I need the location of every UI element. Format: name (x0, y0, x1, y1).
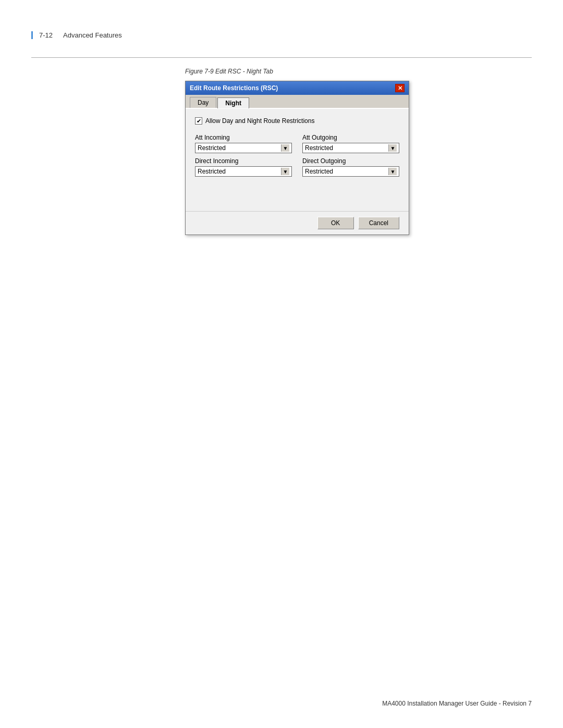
allow-restrictions-row: ✔ Allow Day and Night Route Restrictions (195, 117, 399, 125)
allow-restrictions-checkbox[interactable]: ✔ (195, 117, 202, 125)
dialog-title: Edit Route Restrictions (RSC) (190, 84, 278, 92)
att-outgoing-arrow[interactable]: ▼ (388, 144, 397, 152)
att-incoming-select[interactable]: Restricted ▼ (195, 143, 292, 153)
page-title: Advanced Features (63, 31, 122, 39)
form-grid: Att Incoming Restricted ▼ Att Outgoing R… (195, 134, 399, 177)
direct-outgoing-arrow[interactable]: ▼ (388, 168, 397, 175)
att-outgoing-select[interactable]: Restricted ▼ (302, 143, 399, 153)
direct-outgoing-label: Direct Outgoing (302, 157, 399, 165)
page-footer: MA4000 Installation Manager User Guide -… (31, 700, 532, 707)
direct-incoming-value: Restricted (198, 168, 281, 175)
direct-incoming-select[interactable]: Restricted ▼ (195, 166, 292, 177)
allow-restrictions-label: Allow Day and Night Route Restrictions (205, 117, 314, 125)
cancel-button[interactable]: Cancel (358, 217, 399, 229)
att-incoming-value: Restricted (198, 144, 281, 152)
footer-text: MA4000 Installation Manager User Guide -… (382, 700, 532, 707)
direct-outgoing-select[interactable]: Restricted ▼ (302, 166, 399, 177)
header-divider (31, 57, 532, 58)
direct-incoming-label: Direct Incoming (195, 157, 292, 165)
direct-incoming-group: Direct Incoming Restricted ▼ (195, 157, 292, 177)
att-outgoing-value: Restricted (305, 144, 388, 152)
ok-button[interactable]: OK (317, 217, 354, 229)
att-outgoing-group: Att Outgoing Restricted ▼ (302, 134, 399, 153)
edit-rsc-dialog: Edit Route Restrictions (RSC) ✕ Day Nigh… (185, 81, 409, 235)
att-incoming-group: Att Incoming Restricted ▼ (195, 134, 292, 153)
direct-outgoing-value: Restricted (305, 168, 388, 175)
page-header: 7-12 Advanced Features (31, 31, 532, 39)
page-number: 7-12 (39, 31, 53, 39)
att-incoming-label: Att Incoming (195, 134, 292, 141)
att-outgoing-label: Att Outgoing (302, 134, 399, 141)
att-incoming-arrow[interactable]: ▼ (281, 144, 289, 152)
dialog-footer: OK Cancel (186, 211, 409, 235)
figure-caption: Figure 7-9 Edit RSC - Night Tab (185, 68, 273, 75)
tab-night[interactable]: Night (217, 97, 249, 108)
dialog-spacer (195, 177, 399, 203)
dialog-close-button[interactable]: ✕ (395, 84, 405, 92)
tab-day[interactable]: Day (190, 97, 216, 108)
dialog-tabs: Day Night (186, 95, 409, 109)
dialog-content: ✔ Allow Day and Night Route Restrictions… (186, 109, 409, 211)
direct-incoming-arrow[interactable]: ▼ (281, 168, 289, 175)
direct-outgoing-group: Direct Outgoing Restricted ▼ (302, 157, 399, 177)
dialog-titlebar: Edit Route Restrictions (RSC) ✕ (186, 81, 409, 95)
